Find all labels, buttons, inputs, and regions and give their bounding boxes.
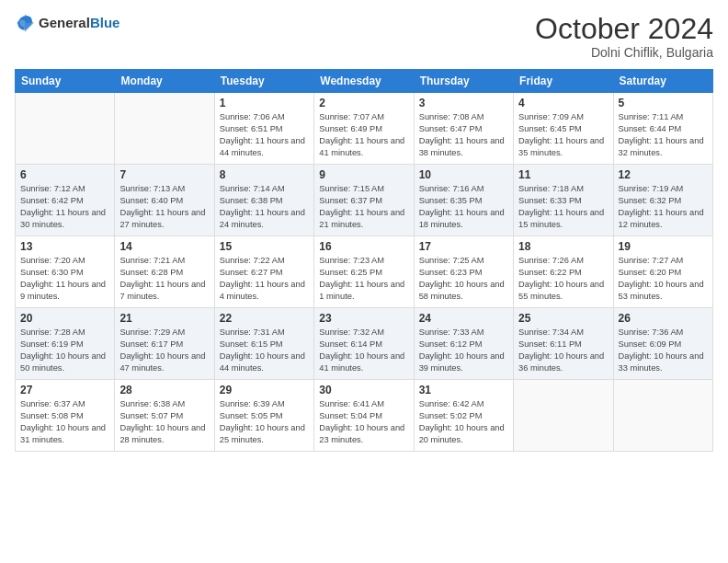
- day-info: Sunrise: 7:06 AMSunset: 6:51 PMDaylight:…: [220, 111, 309, 159]
- day-info: Sunrise: 7:14 AMSunset: 6:38 PMDaylight:…: [220, 183, 309, 231]
- calendar-cell: 12Sunrise: 7:19 AMSunset: 6:32 PMDayligh…: [613, 165, 712, 236]
- calendar-week-row: 20Sunrise: 7:28 AMSunset: 6:19 PMDayligh…: [16, 308, 713, 380]
- calendar-cell: 11Sunrise: 7:18 AMSunset: 6:33 PMDayligh…: [514, 165, 613, 236]
- logo-general: General: [39, 15, 90, 31]
- day-info: Sunrise: 7:12 AMSunset: 6:42 PMDaylight:…: [20, 183, 109, 231]
- day-info: Sunrise: 7:09 AMSunset: 6:45 PMDaylight:…: [518, 111, 608, 159]
- day-info: Sunrise: 7:33 AMSunset: 6:12 PMDaylight:…: [419, 327, 508, 374]
- calendar-week-row: 6Sunrise: 7:12 AMSunset: 6:42 PMDaylight…: [16, 165, 713, 236]
- day-info: Sunrise: 6:41 AMSunset: 5:04 PMDaylight:…: [319, 398, 408, 446]
- calendar-cell: 18Sunrise: 7:26 AMSunset: 6:22 PMDayligh…: [514, 236, 613, 308]
- day-number: 19: [619, 240, 708, 253]
- day-info: Sunrise: 6:42 AMSunset: 5:02 PMDaylight:…: [419, 398, 508, 446]
- title-area: October 2024 Dolni Chiflik, Bulgaria: [535, 13, 713, 60]
- day-info: Sunrise: 7:15 AMSunset: 6:37 PMDaylight:…: [319, 183, 408, 231]
- day-info: Sunrise: 7:31 AMSunset: 6:15 PMDaylight:…: [220, 327, 309, 374]
- day-info: Sunrise: 7:07 AMSunset: 6:49 PMDaylight:…: [319, 111, 408, 159]
- day-info: Sunrise: 7:26 AMSunset: 6:22 PMDaylight:…: [518, 255, 608, 303]
- day-info: Sunrise: 6:38 AMSunset: 5:07 PMDaylight:…: [119, 398, 209, 446]
- day-info: Sunrise: 7:08 AMSunset: 6:47 PMDaylight:…: [419, 111, 508, 159]
- logo-blue: Blue: [90, 15, 120, 31]
- header-sunday: Sunday: [16, 70, 115, 93]
- day-info: Sunrise: 7:19 AMSunset: 6:32 PMDaylight:…: [619, 183, 708, 231]
- calendar-cell: 5Sunrise: 7:11 AMSunset: 6:44 PMDaylight…: [613, 93, 712, 165]
- day-info: Sunrise: 7:36 AMSunset: 6:09 PMDaylight:…: [619, 327, 708, 374]
- calendar-cell: 2Sunrise: 7:07 AMSunset: 6:49 PMDaylight…: [314, 93, 414, 165]
- calendar-cell: 17Sunrise: 7:25 AMSunset: 6:23 PMDayligh…: [414, 236, 513, 308]
- day-number: 13: [20, 240, 109, 253]
- day-info: Sunrise: 7:18 AMSunset: 6:33 PMDaylight:…: [518, 183, 608, 231]
- day-number: 5: [619, 97, 708, 109]
- day-number: 30: [319, 384, 408, 396]
- calendar-cell: 16Sunrise: 7:23 AMSunset: 6:25 PMDayligh…: [314, 236, 414, 308]
- day-info: Sunrise: 6:39 AMSunset: 5:05 PMDaylight:…: [220, 398, 309, 446]
- day-info: Sunrise: 7:29 AMSunset: 6:17 PMDaylight:…: [119, 327, 209, 374]
- day-number: 9: [319, 168, 408, 181]
- calendar-cell: [514, 380, 613, 452]
- day-number: 8: [220, 168, 309, 181]
- calendar-cell: [16, 93, 115, 165]
- calendar-cell: 20Sunrise: 7:28 AMSunset: 6:19 PMDayligh…: [16, 308, 115, 380]
- calendar-cell: 29Sunrise: 6:39 AMSunset: 5:05 PMDayligh…: [214, 380, 313, 452]
- day-number: 12: [619, 168, 708, 181]
- day-number: 27: [20, 384, 109, 396]
- day-info: Sunrise: 7:21 AMSunset: 6:28 PMDaylight:…: [119, 255, 209, 303]
- calendar-cell: 23Sunrise: 7:32 AMSunset: 6:14 PMDayligh…: [314, 308, 414, 380]
- day-number: 10: [419, 168, 508, 181]
- day-info: Sunrise: 7:13 AMSunset: 6:40 PMDaylight:…: [119, 183, 209, 231]
- calendar-cell: 26Sunrise: 7:36 AMSunset: 6:09 PMDayligh…: [613, 308, 712, 380]
- calendar-week-row: 1Sunrise: 7:06 AMSunset: 6:51 PMDaylight…: [16, 93, 713, 165]
- day-number: 15: [220, 240, 309, 253]
- day-number: 31: [419, 384, 508, 396]
- day-number: 21: [119, 312, 209, 325]
- logo-icon: [15, 13, 35, 33]
- day-number: 16: [319, 240, 408, 253]
- day-info: Sunrise: 7:27 AMSunset: 6:20 PMDaylight:…: [619, 255, 708, 303]
- calendar-cell: 21Sunrise: 7:29 AMSunset: 6:17 PMDayligh…: [115, 308, 214, 380]
- day-number: 2: [319, 97, 408, 109]
- day-number: 7: [119, 168, 209, 181]
- logo: General Blue: [15, 13, 119, 33]
- logo-text: General Blue: [39, 15, 119, 31]
- calendar-cell: 6Sunrise: 7:12 AMSunset: 6:42 PMDaylight…: [16, 165, 115, 236]
- calendar-cell: 15Sunrise: 7:22 AMSunset: 6:27 PMDayligh…: [214, 236, 313, 308]
- calendar-cell: 14Sunrise: 7:21 AMSunset: 6:28 PMDayligh…: [115, 236, 214, 308]
- day-number: 1: [220, 97, 309, 109]
- day-number: 29: [220, 384, 309, 396]
- day-number: 11: [518, 168, 608, 181]
- calendar-week-row: 13Sunrise: 7:20 AMSunset: 6:30 PMDayligh…: [16, 236, 713, 308]
- calendar-cell: 10Sunrise: 7:16 AMSunset: 6:35 PMDayligh…: [414, 165, 513, 236]
- day-number: 14: [119, 240, 209, 253]
- location-subtitle: Dolni Chiflik, Bulgaria: [535, 45, 713, 60]
- day-number: 3: [419, 97, 508, 109]
- calendar-cell: 27Sunrise: 6:37 AMSunset: 5:08 PMDayligh…: [16, 380, 115, 452]
- day-number: 23: [319, 312, 408, 325]
- day-info: Sunrise: 7:22 AMSunset: 6:27 PMDaylight:…: [220, 255, 309, 303]
- day-info: Sunrise: 7:11 AMSunset: 6:44 PMDaylight:…: [619, 111, 708, 159]
- month-title: October 2024: [535, 13, 713, 45]
- header: General Blue October 2024 Dolni Chiflik,…: [15, 13, 713, 60]
- calendar-table: Sunday Monday Tuesday Wednesday Thursday…: [15, 69, 713, 452]
- header-thursday: Thursday: [414, 70, 513, 93]
- day-info: Sunrise: 7:28 AMSunset: 6:19 PMDaylight:…: [20, 327, 109, 374]
- calendar-cell: 28Sunrise: 6:38 AMSunset: 5:07 PMDayligh…: [115, 380, 214, 452]
- day-number: 24: [419, 312, 508, 325]
- day-number: 4: [518, 97, 608, 109]
- day-number: 17: [419, 240, 508, 253]
- header-monday: Monday: [115, 70, 214, 93]
- header-friday: Friday: [514, 70, 613, 93]
- day-number: 6: [20, 168, 109, 181]
- calendar-cell: 7Sunrise: 7:13 AMSunset: 6:40 PMDaylight…: [115, 165, 214, 236]
- day-info: Sunrise: 7:16 AMSunset: 6:35 PMDaylight:…: [419, 183, 508, 231]
- calendar-cell: [115, 93, 214, 165]
- calendar-week-row: 27Sunrise: 6:37 AMSunset: 5:08 PMDayligh…: [16, 380, 713, 452]
- calendar-cell: 25Sunrise: 7:34 AMSunset: 6:11 PMDayligh…: [514, 308, 613, 380]
- day-info: Sunrise: 7:32 AMSunset: 6:14 PMDaylight:…: [319, 327, 408, 374]
- day-number: 20: [20, 312, 109, 325]
- day-number: 22: [220, 312, 309, 325]
- calendar-cell: 1Sunrise: 7:06 AMSunset: 6:51 PMDaylight…: [214, 93, 313, 165]
- calendar-cell: 8Sunrise: 7:14 AMSunset: 6:38 PMDaylight…: [214, 165, 313, 236]
- header-tuesday: Tuesday: [214, 70, 313, 93]
- day-info: Sunrise: 7:20 AMSunset: 6:30 PMDaylight:…: [20, 255, 109, 303]
- calendar-cell: 13Sunrise: 7:20 AMSunset: 6:30 PMDayligh…: [16, 236, 115, 308]
